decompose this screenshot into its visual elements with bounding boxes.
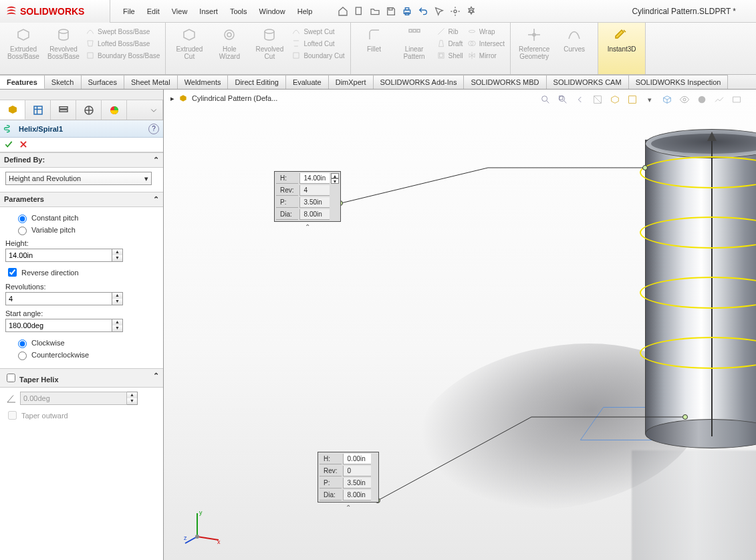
swept-cut-button[interactable]: Swept Cut [291,27,344,36]
tab-sketch[interactable]: Sketch [45,75,82,89]
svg-rect-16 [438,53,443,58]
ok-button[interactable] [4,140,13,150]
boundary-boss-button[interactable]: Boundary Boss/Base [86,51,160,60]
wrap-button[interactable]: Wrap [467,27,505,36]
helix-bottom-callout[interactable]: H:0.00in Rev:0 P:3.50in Dia:8.00in ⌃ [318,452,379,503]
variable-pitch-radio[interactable] [18,227,27,235]
counterclockwise-radio[interactable] [18,352,27,360]
reverse-direction-check[interactable] [8,268,17,277]
draft-button[interactable]: Draft [436,39,463,48]
svg-rect-8 [88,53,93,58]
defined-by-combo[interactable]: Height and Revolution▾ [5,172,152,185]
brand-text: SOLIDWORKS [20,6,84,17]
extruded-cut-button[interactable]: Extruded Cut [171,25,207,60]
menu-edit[interactable]: Edit [141,0,166,23]
open-icon[interactable] [368,4,382,19]
svg-text:z: z [184,535,187,541]
collapse-icon[interactable]: ⌃ [153,156,159,164]
tab-dimxpert[interactable]: DimXpert [329,75,374,89]
instant3d-button[interactable]: Instant3D [604,25,640,53]
lofted-boss-button[interactable]: Lofted Boss/Base [86,39,160,48]
intersect-button[interactable]: Intersect [467,39,505,48]
pm-tab-appear[interactable] [102,100,127,120]
svg-rect-23 [59,110,68,112]
save-icon[interactable] [384,4,398,19]
lofted-cut-button[interactable]: Lofted Cut [291,39,344,48]
collapse-icon[interactable]: ⌃ [153,372,159,384]
orientation-triad[interactable]: y x z [184,507,224,547]
taper-angle-input [20,392,127,405]
callout-spinner[interactable]: ▲▼ [331,173,339,184]
tab-inspection[interactable]: SOLIDWORKS Inspection [629,75,729,89]
revolutions-spinner[interactable]: ▲▼ [112,292,123,305]
select-icon[interactable] [432,4,447,19]
document-title: Cylindrical Pattern.SLDPRT * [632,7,736,16]
tab-features[interactable]: Features [0,75,45,89]
revolved-boss-button[interactable]: Revolved Boss/Base [45,25,82,60]
fillet-button[interactable]: Fillet [356,25,392,53]
start-angle-spinner[interactable]: ▲▼ [112,319,123,332]
height-input[interactable] [5,249,112,262]
pm-tab-config[interactable] [25,100,51,120]
svg-point-11 [265,29,274,33]
shell-button[interactable]: Shell [436,51,463,60]
menu-view[interactable]: View [166,0,194,23]
taper-helix-check[interactable] [7,374,15,382]
helix-top-point[interactable] [642,165,648,170]
tab-cam[interactable]: SOLIDWORKS CAM [547,75,629,89]
extruded-boss-button[interactable]: Extruded Boss/Base [5,25,41,60]
mirror-button[interactable]: Mirror [467,51,505,60]
curves-button[interactable]: Curves [556,25,592,53]
clockwise-radio[interactable] [18,339,27,348]
tab-weldments[interactable]: Weldments [178,75,229,89]
cancel-button[interactable] [19,140,28,150]
tab-surfaces[interactable]: Surfaces [82,75,124,89]
helix-top-callout[interactable]: ▲▼ H:14.00in Rev:4 P:3.50in Dia:8.00in ⌃ [274,171,341,222]
tab-directediting[interactable]: Direct Editing [228,75,285,89]
rib-button[interactable]: Rib [436,27,463,36]
print-icon[interactable] [400,4,414,19]
chevron-down-icon[interactable]: ⌃ [305,223,310,231]
rebuild-icon[interactable] [448,4,463,19]
command-tabs: Features Sketch Surfaces Sheet Metal Wel… [0,75,756,90]
pm-tab-display[interactable] [51,100,76,120]
help-icon[interactable]: ? [148,124,159,134]
linear-pattern-button[interactable]: Linear Pattern [396,25,432,60]
boundary-cut-button[interactable]: Boundary Cut [291,51,344,60]
menu-insert[interactable]: Insert [193,0,224,23]
svg-point-5 [454,10,457,13]
helix-icon [4,124,15,134]
ref-geometry-button[interactable]: Reference Geometry [516,25,552,60]
tab-evaluate[interactable]: Evaluate [286,75,329,89]
svg-text:y: y [199,509,203,516]
start-angle-input[interactable] [5,319,112,332]
undo-icon[interactable] [416,4,430,19]
new-icon[interactable] [352,4,366,19]
graphics-viewport[interactable]: ▸ Cylindrical Pattern (Defa... ▾ [164,90,756,560]
home-icon[interactable] [336,4,350,19]
height-spinner[interactable]: ▲▼ [112,249,123,262]
menu-file[interactable]: File [117,0,141,23]
pm-tab-feature[interactable] [0,100,25,120]
tab-addins[interactable]: SOLIDWORKS Add-Ins [374,75,465,89]
hole-wizard-button[interactable]: Hole Wizard [211,25,247,60]
constant-pitch-radio[interactable] [18,215,27,223]
chevron-down-icon[interactable]: ⌃ [346,504,351,511]
pm-tab-dim[interactable] [76,100,102,120]
menu-window[interactable]: Window [253,0,291,23]
pm-tab-more[interactable] [127,100,163,120]
menu-help[interactable]: Help [291,0,319,23]
defined-by-header: Defined By: [4,156,45,164]
swept-boss-button[interactable]: Swept Boss/Base [86,27,160,36]
tab-sheetmetal[interactable]: Sheet Metal [124,75,178,89]
svg-rect-13 [409,29,412,32]
tab-mbd[interactable]: SOLIDWORKS MBD [464,75,546,89]
pin-icon[interactable] [318,0,330,23]
revolved-cut-button[interactable]: Revolved Cut [251,25,287,60]
menu-tools[interactable]: Tools [224,0,253,23]
revolutions-input[interactable] [5,292,112,305]
collapse-icon[interactable]: ⌃ [153,195,159,204]
helix-bottom-point[interactable] [682,414,688,420]
options-icon[interactable] [464,4,479,19]
svg-rect-21 [34,106,42,114]
